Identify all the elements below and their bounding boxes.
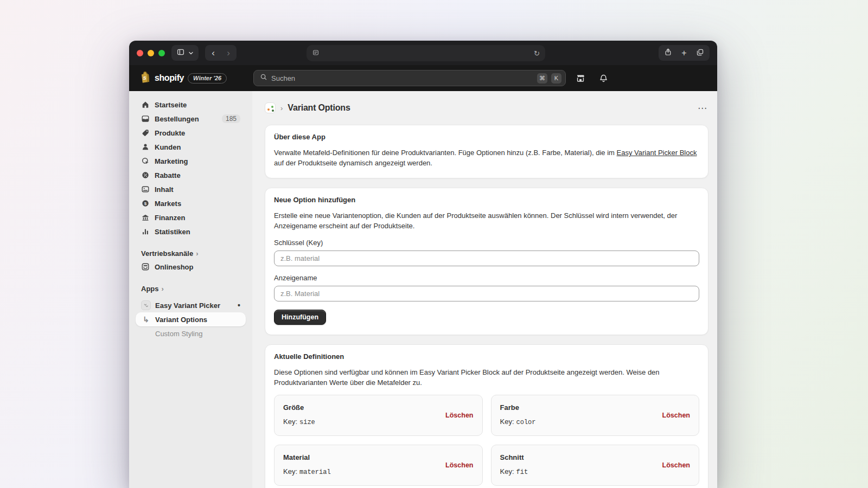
definition-key: Key:fit — [500, 467, 691, 476]
sidebar-item-bestellungen[interactable]: Bestellungen 185 — [136, 112, 246, 126]
sidebar-toggle-button[interactable] — [171, 45, 199, 61]
definition-name: Schnitt — [500, 453, 691, 461]
definition-key: Key:size — [283, 418, 474, 426]
display-name-field-label: Anzeigename — [274, 274, 699, 282]
definition-name: Farbe — [500, 403, 691, 412]
about-card-body: Verwalte Metafeld-Definitionen für deine… — [274, 147, 699, 168]
chevron-down-icon — [188, 48, 194, 58]
definition-key: Key:material — [283, 467, 474, 476]
sidebar-item-produkte[interactable]: Produkte — [136, 126, 246, 140]
sidebar-item-inhalt[interactable]: Inhalt — [136, 182, 246, 196]
zoom-button[interactable] — [158, 50, 165, 56]
traffic-lights — [137, 50, 165, 56]
browser-actions: + — [659, 45, 710, 61]
minimize-button[interactable] — [148, 50, 154, 56]
browser-toolbar: ‹ › ↻ + — [129, 41, 717, 65]
orders-icon — [141, 114, 150, 123]
marketing-icon — [141, 157, 150, 165]
delete-button[interactable]: Löschen — [662, 461, 690, 469]
sidebar-item-statistiken[interactable]: Statistiken — [136, 224, 246, 239]
easy-variant-picker-app-icon — [141, 300, 151, 310]
definition-name: Größe — [283, 403, 474, 412]
refresh-button[interactable]: ↻ — [534, 49, 540, 57]
apps-section[interactable]: Apps › — [136, 282, 246, 295]
sidebar-item-finanzen[interactable]: Finanzen — [136, 210, 246, 224]
variant-options-app-icon — [265, 102, 276, 113]
search-icon — [260, 73, 267, 83]
main-content: › Variant Options ⋯ Über diese App Verwa… — [252, 91, 717, 488]
finance-icon — [141, 213, 150, 222]
about-card: Über diese App Verwalte Metafeld-Definit… — [265, 125, 709, 178]
new-tab-button[interactable]: + — [681, 49, 686, 57]
definition-card-groesse: Größe Key:size Löschen — [274, 395, 483, 436]
global-search-input[interactable]: Suchen ⌘ K — [253, 70, 566, 86]
address-bar[interactable]: ↻ — [307, 45, 545, 61]
shopify-bag-logo: S — [139, 71, 151, 86]
sub-item-arrow-icon: ↳ — [141, 315, 151, 324]
close-button[interactable] — [137, 50, 143, 56]
version-badge: Winter '26 — [188, 73, 227, 84]
admin-sidebar: Startseite Bestellungen 185 Produkte Kun… — [129, 91, 252, 488]
sidebar-item-variant-options[interactable]: ↳ Variant Options — [136, 312, 246, 326]
definition-card-schnitt: Schnitt Key:fit Löschen — [491, 445, 700, 486]
back-button[interactable]: ‹ — [206, 48, 221, 57]
shopify-brand: S shopify Winter '26 — [139, 65, 227, 91]
shortcut-k-key: K — [551, 73, 561, 84]
page-settings-icon[interactable] — [312, 49, 320, 58]
key-field-label: Schlüssel (Key) — [274, 239, 699, 247]
orders-count-badge: 185 — [222, 114, 240, 123]
key-input[interactable] — [274, 251, 699, 266]
app-notification-dot: • — [238, 301, 240, 309]
sidebar-item-rabatte[interactable]: Rabatte — [136, 168, 246, 182]
shopify-topbar: S shopify Winter '26 Suchen ⌘ K — [129, 65, 717, 91]
definitions-grid: Größe Key:size Löschen Farbe Key:color L… — [274, 395, 699, 486]
content-icon — [141, 185, 150, 194]
discounts-icon — [141, 171, 150, 179]
store-preview-button[interactable] — [575, 73, 586, 84]
sidebar-item-easy-variant-picker[interactable]: Easy Variant Picker • — [136, 298, 246, 312]
definition-key: Key:color — [500, 418, 691, 426]
delete-button[interactable]: Löschen — [445, 461, 473, 469]
share-button[interactable] — [664, 48, 672, 58]
markets-icon: $ — [141, 199, 150, 208]
definition-card-material: Material Key:material Löschen — [274, 445, 483, 486]
products-icon — [141, 129, 150, 137]
sidebar-item-marketing[interactable]: Marketing — [136, 154, 246, 168]
history-nav: ‹ › — [205, 45, 237, 61]
sidebar-item-kunden[interactable]: Kunden — [136, 140, 246, 154]
sales-channels-section[interactable]: Vertriebskanäle › — [136, 247, 246, 260]
add-option-card: Neue Option hinzufügen Erstelle eine neu… — [265, 188, 709, 335]
svg-text:S: S — [143, 75, 146, 81]
definition-name: Material — [283, 453, 474, 461]
customers-icon — [141, 143, 150, 151]
sidebar-item-onlineshop[interactable]: Onlineshop — [136, 260, 246, 274]
svg-text:$: $ — [144, 201, 147, 206]
sidebar-toggle-icon — [176, 48, 185, 59]
page-title: Variant Options — [288, 103, 350, 113]
definitions-card-description: Diese Optionen sind verfügbar und können… — [274, 367, 699, 388]
notifications-bell-button[interactable] — [598, 73, 609, 84]
sidebar-item-markets[interactable]: $ Markets — [136, 196, 246, 210]
search-placeholder: Suchen — [271, 74, 533, 82]
browser-window: ‹ › ↻ + — [129, 41, 717, 488]
definition-card-farbe: Farbe Key:color Löschen — [491, 395, 700, 436]
tab-overview-button[interactable] — [696, 48, 704, 58]
delete-button[interactable]: Löschen — [445, 412, 473, 419]
home-icon — [141, 100, 150, 109]
sidebar-item-custom-styling[interactable]: Custom Styling — [136, 326, 246, 341]
chevron-right-icon: › — [196, 249, 198, 258]
delete-button[interactable]: Löschen — [662, 412, 690, 419]
more-actions-button[interactable]: ⋯ — [697, 102, 709, 114]
storefront-icon — [141, 262, 150, 271]
display-name-input[interactable] — [274, 286, 699, 301]
forward-button[interactable]: › — [221, 48, 236, 57]
definitions-card-title: Aktuelle Definitionen — [274, 352, 699, 361]
add-button[interactable]: Hinzufügen — [274, 310, 326, 325]
add-option-card-description: Erstelle eine neue Variantenoption, die … — [274, 210, 699, 231]
shortcut-cmd-key: ⌘ — [537, 73, 547, 84]
sidebar-item-startseite[interactable]: Startseite — [136, 98, 246, 112]
analytics-icon — [141, 227, 150, 236]
breadcrumb-separator: › — [280, 104, 283, 112]
easy-variant-picker-block-link[interactable]: Easy Variant Picker Block — [617, 149, 697, 157]
breadcrumb: › Variant Options ⋯ — [265, 100, 709, 115]
